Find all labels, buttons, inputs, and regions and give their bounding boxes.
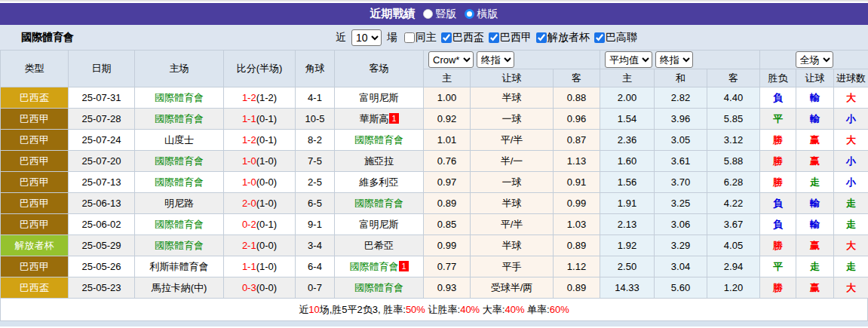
team-link[interactable]: 施亞拉	[364, 155, 394, 167]
table-row: 解放者杯25-05-29國際體育會2-1(0-0)3-4巴希亞0.99半球0.8…	[1, 235, 868, 256]
league-filter-checkbox[interactable]	[441, 32, 452, 43]
half-time-score: (0-0)	[256, 176, 277, 188]
league-filter-label[interactable]: 巴高聯	[606, 31, 637, 44]
handicap-result-text: 走	[810, 176, 820, 188]
team-link[interactable]: 維多利亞	[360, 176, 399, 188]
summary-segment: 40%	[460, 304, 480, 315]
europe-odds-group-header: 平均值 终指	[600, 51, 760, 69]
full-time-score: 1-1	[242, 261, 256, 272]
goals-result: 大	[834, 87, 868, 109]
col-header-score: 比分(半场)	[224, 51, 296, 87]
half-time-score: (0-0)	[256, 240, 277, 251]
table-row: 巴西甲25-07-24山度士1-2(0-1)8-2國際體育會1.01平/半0.8…	[1, 130, 868, 151]
league-filter-checkboxes: 同主巴西盃巴西甲解放者杯巴高聯	[400, 31, 637, 44]
odds-away: 5.85	[707, 109, 760, 130]
team-link[interactable]: 富明尼斯	[360, 92, 399, 103]
half-time-score: (1-0)	[256, 261, 277, 272]
match-date: 25-06-13	[69, 193, 135, 214]
winlose-result: 負	[760, 87, 796, 109]
radio-selected-icon[interactable]	[465, 9, 474, 19]
goals-result-text: 大	[846, 92, 856, 103]
europe-time-select[interactable]: 终指	[655, 51, 693, 68]
recent-count-select[interactable]: 10	[351, 29, 382, 46]
full-match-select[interactable]: 全场	[796, 51, 833, 68]
away-team-cell: 國際體育會1	[335, 256, 424, 277]
away-team-cell: 富明尼斯	[335, 87, 424, 109]
winlose-result-text: 勝	[773, 282, 783, 293]
handicap-away-odds: 0.88	[554, 87, 600, 109]
odds-away: 4.05	[707, 235, 760, 256]
table-row: 巴西甲25-07-13國際體育會1-0(0-0)2-5維多利亞0.97一球0.9…	[1, 172, 868, 193]
league-filter-checkbox[interactable]	[536, 32, 547, 43]
bookmaker-select[interactable]: Crow*	[428, 51, 474, 68]
team-link[interactable]: 利斯菲體育會	[150, 261, 209, 272]
team-link[interactable]: 巴希亞	[364, 240, 394, 251]
winlose-result: 勝	[760, 277, 796, 299]
team-link[interactable]: 國際體育會	[155, 219, 204, 230]
handicap-result: 輸	[796, 109, 834, 130]
winlose-result-text: 勝	[773, 240, 783, 251]
winlose-result: 勝	[760, 172, 796, 193]
view-option-vertical-label: 豎版	[436, 8, 457, 21]
winlose-result-text: 平	[773, 261, 783, 272]
radio-unselected-icon[interactable]	[423, 9, 433, 19]
view-option-horizontal[interactable]: 橫版	[465, 8, 498, 21]
handicap-result-text: 走	[810, 261, 820, 272]
match-date: 25-07-13	[69, 172, 135, 193]
team-link[interactable]: 國際體育會	[155, 240, 204, 251]
league-filter-label[interactable]: 同主	[416, 31, 437, 44]
league-filter-label[interactable]: 巴西甲	[500, 31, 532, 44]
team-link[interactable]: 國際體育會	[354, 134, 403, 146]
handicap-away-odds: 0.91	[554, 172, 600, 193]
handicap-line: 半球	[471, 193, 554, 214]
corner-cell: 7-5	[296, 151, 335, 172]
team-link[interactable]: 國際體育會	[155, 92, 204, 103]
view-option-vertical[interactable]: 豎版	[423, 8, 457, 21]
team-link[interactable]: 國際體育會	[354, 282, 403, 293]
goals-result-text: 大	[846, 282, 856, 293]
league-filter-checkbox[interactable]	[594, 32, 605, 43]
team-link[interactable]: 國際體育會	[349, 261, 398, 272]
results-table: 类型 日期 主场 比分(半场) 角球 客场 Crow* 终指 平均值 终指 全场	[0, 50, 868, 299]
average-select[interactable]: 平均值	[605, 51, 652, 68]
league-type-badge: 巴西甲	[1, 151, 69, 172]
full-time-score: 2-0	[242, 198, 256, 209]
league-filter-label[interactable]: 巴西盃	[452, 31, 484, 44]
handicap-home-odds: 1.00	[424, 87, 471, 109]
team-link[interactable]: 明尼路	[164, 198, 194, 209]
league-filter-checkbox[interactable]	[489, 32, 499, 43]
winlose-result: 平	[760, 109, 796, 130]
full-time-score: 1-1	[242, 113, 256, 124]
score-cell: 1-1(0-1)	[224, 109, 296, 130]
odds-home: 1.54	[600, 109, 655, 130]
handicap-line: 平手	[471, 256, 554, 277]
winlose-result: 勝	[760, 235, 796, 256]
team-link[interactable]: 國際體育會	[354, 198, 403, 209]
team-link[interactable]: 國際體育會	[155, 113, 204, 124]
team-link[interactable]: 馬拉卡納(中)	[152, 282, 207, 293]
handicap-time-select[interactable]: 终指	[477, 51, 514, 68]
corner-cell: 6-4	[296, 256, 335, 277]
league-filter-label[interactable]: 解放者杯	[547, 31, 590, 44]
odds-away: 2.94	[707, 256, 760, 277]
league-type-badge: 巴西甲	[1, 172, 69, 193]
team-link[interactable]: 山度士	[164, 134, 194, 146]
team-link[interactable]: 富明尼斯	[360, 219, 399, 230]
corner-cell: 4-1	[296, 87, 335, 109]
odds-home: 1.91	[600, 193, 655, 214]
match-date: 25-06-02	[69, 214, 135, 235]
score-cell: 2-0(1-0)	[224, 193, 296, 214]
home-team-cell: 國際體育會	[135, 172, 224, 193]
league-filter-checkbox[interactable]	[404, 32, 415, 43]
team-link[interactable]: 華斯高	[359, 113, 388, 124]
league-type-badge: 巴西甲	[1, 214, 69, 235]
team-link[interactable]: 國際體育會	[155, 155, 204, 167]
summary-segment: 60%	[550, 304, 569, 315]
sub-header-handicap-result: 让球	[796, 69, 834, 87]
odds-draw: 3.04	[655, 256, 707, 277]
handicap-home-odds: 1.01	[424, 130, 471, 151]
table-row: 巴西甲25-06-13明尼路2-0(1-0)6-5國際體育會0.89半球0.99…	[1, 193, 868, 214]
team-link[interactable]: 國際體育會	[155, 176, 204, 188]
table-row: 巴西甲25-07-20國際體育會1-0(1-0)7-5施亞拉0.76半/一1.1…	[1, 151, 868, 172]
full-time-score: 0-3	[242, 282, 256, 293]
